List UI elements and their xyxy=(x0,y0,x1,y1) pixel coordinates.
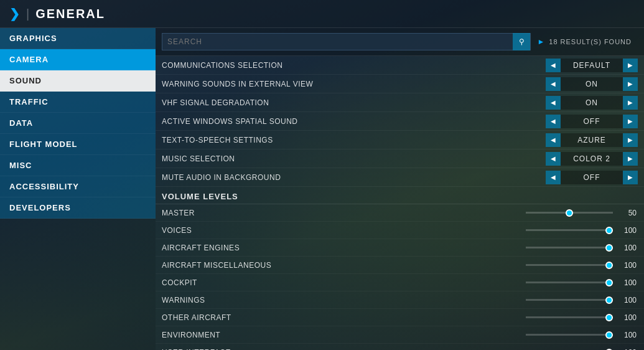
slider-label-warnings: WARNINGS xyxy=(162,296,526,305)
setting-prev-tts-settings[interactable]: ◀ xyxy=(546,133,561,147)
setting-row-warning-sounds: WARNING SOUNDS IN EXTERNAL VIEW◀ON▶ xyxy=(156,75,644,93)
setting-prev-warning-sounds[interactable]: ◀ xyxy=(546,77,561,91)
sidebar-item-misc[interactable]: MISC xyxy=(0,155,156,176)
slider-wrap-aircraft-engines: 100 xyxy=(526,244,638,252)
slider-input-environment[interactable] xyxy=(526,334,613,336)
slider-row-environment: ENVIRONMENT100 xyxy=(156,326,644,344)
sidebar-item-accessibility[interactable]: ACCESSIBILITY xyxy=(0,176,156,197)
slider-input-aircraft-engines[interactable] xyxy=(526,247,613,248)
volume-section-header: VOLUME LEVELS xyxy=(156,187,644,204)
slider-input-other-aircraft[interactable] xyxy=(526,316,613,318)
slider-row-other-aircraft: OTHER AIRCRAFT100 xyxy=(156,309,644,326)
slider-wrap-other-aircraft: 100 xyxy=(526,313,638,322)
setting-value-warning-sounds: ON xyxy=(561,77,623,91)
setting-label-comms-selection: COMMUNICATIONS SELECTION xyxy=(162,61,546,70)
setting-control-active-windows: ◀OFF▶ xyxy=(546,115,638,128)
slider-label-other-aircraft: OTHER AIRCRAFT xyxy=(162,313,526,322)
slider-row-master: MASTER50 xyxy=(156,204,644,222)
slider-value-warnings: 100 xyxy=(618,296,637,305)
setting-next-mute-audio[interactable]: ▶ xyxy=(623,171,638,184)
slider-value-user-interface: 100 xyxy=(618,348,637,351)
slider-input-master[interactable] xyxy=(526,212,613,214)
results-arrow-icon: ► xyxy=(537,37,545,46)
sidebar-item-data[interactable]: DATA xyxy=(0,113,156,134)
setting-value-comms-selection: DEFAULT xyxy=(561,59,623,72)
setting-next-tts-settings[interactable]: ▶ xyxy=(623,133,638,147)
setting-next-warning-sounds[interactable]: ▶ xyxy=(623,77,638,91)
content-area[interactable]: ⚲ ► 18 RESULT(S) FOUND COMMUNICATIONS SE… xyxy=(156,28,644,350)
setting-prev-active-windows[interactable]: ◀ xyxy=(546,115,561,128)
app-header: ❯ | GENERAL xyxy=(0,0,644,28)
slider-row-user-interface: USER INTERFACE100 xyxy=(156,344,644,350)
setting-row-comms-selection: COMMUNICATIONS SELECTION◀DEFAULT▶ xyxy=(156,56,644,75)
setting-control-vhf-signal: ◀ON▶ xyxy=(546,96,638,110)
setting-next-vhf-signal[interactable]: ▶ xyxy=(623,96,638,110)
slider-label-cockpit: COCKPIT xyxy=(162,278,526,287)
slider-wrap-voices: 100 xyxy=(526,226,638,235)
slider-row-voices: VOICES100 xyxy=(156,222,644,239)
setting-label-mute-audio: MUTE AUDIO IN BACKGROUND xyxy=(162,173,546,182)
setting-label-music-selection: MUSIC SELECTION xyxy=(162,154,546,163)
slider-input-warnings[interactable] xyxy=(526,299,613,301)
slider-label-aircraft-misc: AIRCRAFT MISCELLANEOUS xyxy=(162,261,526,270)
slider-wrap-cockpit: 100 xyxy=(526,278,638,287)
setting-next-comms-selection[interactable]: ▶ xyxy=(623,59,638,72)
setting-prev-music-selection[interactable]: ◀ xyxy=(546,152,561,166)
search-button[interactable]: ⚲ xyxy=(513,33,530,50)
slider-input-voices[interactable] xyxy=(526,229,613,231)
setting-row-active-windows: ACTIVE WINDOWS SPATIAL SOUND◀OFF▶ xyxy=(156,112,644,131)
slider-label-voices: VOICES xyxy=(162,226,526,235)
sidebar-item-developers[interactable]: DEVELOPERS xyxy=(0,197,156,219)
slider-label-environment: ENVIRONMENT xyxy=(162,331,526,339)
setting-value-music-selection: COLOR 2 xyxy=(561,152,623,166)
slider-wrap-master: 50 xyxy=(526,209,638,217)
slider-value-aircraft-misc: 100 xyxy=(618,261,637,270)
slider-wrap-environment: 100 xyxy=(526,331,638,339)
setting-row-tts-settings: TEXT-TO-SPEECH SETTINGS◀AZURE▶ xyxy=(156,131,644,149)
main-layout: GRAPHICSCAMERASOUNDTRAFFICDATAFLIGHT MOD… xyxy=(0,28,644,350)
slider-value-voices: 100 xyxy=(618,226,637,235)
setting-control-warning-sounds: ◀ON▶ xyxy=(546,77,638,91)
setting-label-vhf-signal: VHF SIGNAL DEGRADATION xyxy=(162,98,546,107)
search-input[interactable] xyxy=(162,37,513,46)
setting-prev-vhf-signal[interactable]: ◀ xyxy=(546,96,561,110)
results-count: 18 RESULT(S) FOUND xyxy=(549,38,632,45)
sidebar-item-camera[interactable]: CAMERA xyxy=(0,49,156,70)
slider-row-cockpit: COCKPIT100 xyxy=(156,274,644,291)
setting-prev-mute-audio[interactable]: ◀ xyxy=(546,171,561,184)
slider-wrap-user-interface: 100 xyxy=(526,348,638,351)
setting-row-vhf-signal: VHF SIGNAL DEGRADATION◀ON▶ xyxy=(156,93,644,112)
setting-row-mute-audio: MUTE AUDIO IN BACKGROUND◀OFF▶ xyxy=(156,168,644,187)
slider-wrap-warnings: 100 xyxy=(526,296,638,305)
sidebar-item-graphics[interactable]: GRAPHICS xyxy=(0,28,156,49)
search-input-wrap[interactable]: ⚲ xyxy=(162,33,531,50)
settings-list: COMMUNICATIONS SELECTION◀DEFAULT▶WARNING… xyxy=(156,56,644,187)
slider-row-aircraft-engines: AIRCRAFT ENGINES100 xyxy=(156,239,644,257)
slider-value-other-aircraft: 100 xyxy=(618,313,637,322)
sliders-list: MASTER50VOICES100AIRCRAFT ENGINES100AIRC… xyxy=(156,204,644,350)
setting-control-mute-audio: ◀OFF▶ xyxy=(546,171,638,184)
setting-control-tts-settings: ◀AZURE▶ xyxy=(546,133,638,147)
setting-label-tts-settings: TEXT-TO-SPEECH SETTINGS xyxy=(162,136,546,144)
sidebar: GRAPHICSCAMERASOUNDTRAFFICDATAFLIGHT MOD… xyxy=(0,28,156,350)
setting-value-tts-settings: AZURE xyxy=(561,133,623,147)
header-icon: ❯ xyxy=(9,6,20,21)
setting-label-warning-sounds: WARNING SOUNDS IN EXTERNAL VIEW xyxy=(162,80,546,88)
setting-value-vhf-signal: ON xyxy=(561,96,623,110)
setting-row-music-selection: MUSIC SELECTION◀COLOR 2▶ xyxy=(156,149,644,168)
slider-input-aircraft-misc[interactable] xyxy=(526,264,613,266)
setting-next-active-windows[interactable]: ▶ xyxy=(623,115,638,128)
results-info: ► 18 RESULT(S) FOUND xyxy=(531,37,638,46)
slider-input-cockpit[interactable] xyxy=(526,281,613,283)
setting-prev-comms-selection[interactable]: ◀ xyxy=(546,59,561,72)
sidebar-item-traffic[interactable]: TRAFFIC xyxy=(0,92,156,113)
sidebar-item-flight-model[interactable]: FLIGHT MODEL xyxy=(0,134,156,155)
sidebar-item-sound[interactable]: SOUND xyxy=(0,70,156,92)
setting-next-music-selection[interactable]: ▶ xyxy=(623,152,638,166)
header-divider: | xyxy=(26,7,29,21)
search-icon: ⚲ xyxy=(519,37,525,46)
setting-control-music-selection: ◀COLOR 2▶ xyxy=(546,152,638,166)
search-bar: ⚲ ► 18 RESULT(S) FOUND xyxy=(156,28,644,56)
slider-value-master: 50 xyxy=(618,209,637,217)
slider-row-warnings: WARNINGS100 xyxy=(156,291,644,309)
